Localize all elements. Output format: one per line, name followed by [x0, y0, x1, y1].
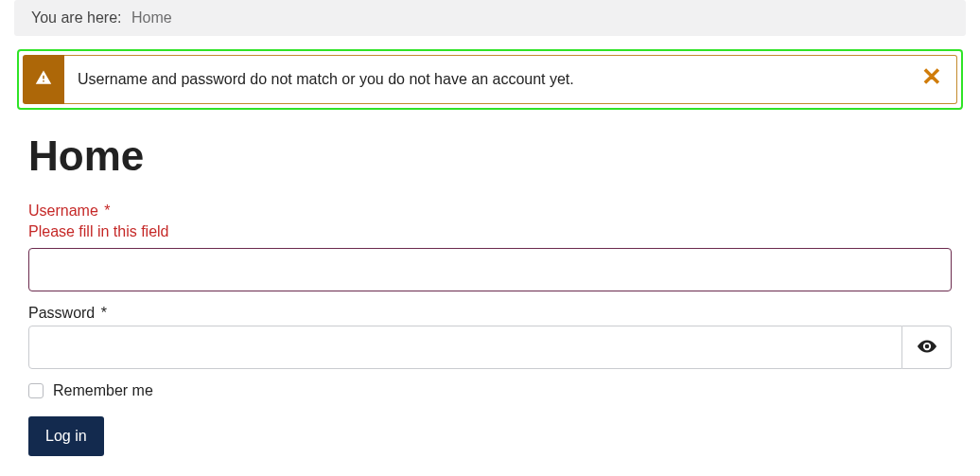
warning-icon — [35, 69, 52, 90]
remember-me-row: Remember me — [28, 382, 952, 399]
eye-icon — [917, 336, 937, 360]
username-required-mark: * — [104, 203, 110, 219]
password-input[interactable] — [28, 326, 902, 369]
close-icon: ✕ — [921, 62, 942, 91]
breadcrumb-home-link[interactable]: Home — [131, 9, 172, 26]
username-help: Please fill in this field — [28, 223, 952, 240]
alert-message: Username and password do not match or yo… — [64, 55, 957, 104]
password-label: Password — [28, 305, 95, 321]
username-label-row: Username * — [28, 203, 952, 220]
alert-icon-box — [23, 55, 64, 104]
username-field: Username * Please fill in this field — [28, 203, 952, 291]
remember-me-label: Remember me — [53, 382, 153, 399]
alert-highlight: Username and password do not match or yo… — [17, 49, 963, 110]
password-required-mark: * — [101, 305, 107, 321]
page-title: Home — [28, 132, 952, 180]
remember-me-checkbox[interactable] — [28, 383, 44, 398]
breadcrumb: You are here: Home — [14, 0, 966, 36]
username-label: Username — [28, 203, 98, 219]
toggle-password-visibility-button[interactable] — [902, 326, 952, 369]
alert-close-button[interactable]: ✕ — [921, 64, 942, 89]
password-field: Password * — [28, 305, 952, 369]
password-label-row: Password * — [28, 305, 952, 322]
username-input[interactable] — [28, 248, 952, 291]
alert-warning: Username and password do not match or yo… — [23, 55, 957, 104]
breadcrumb-prefix: You are here: — [31, 9, 121, 26]
login-button[interactable]: Log in — [28, 416, 104, 456]
